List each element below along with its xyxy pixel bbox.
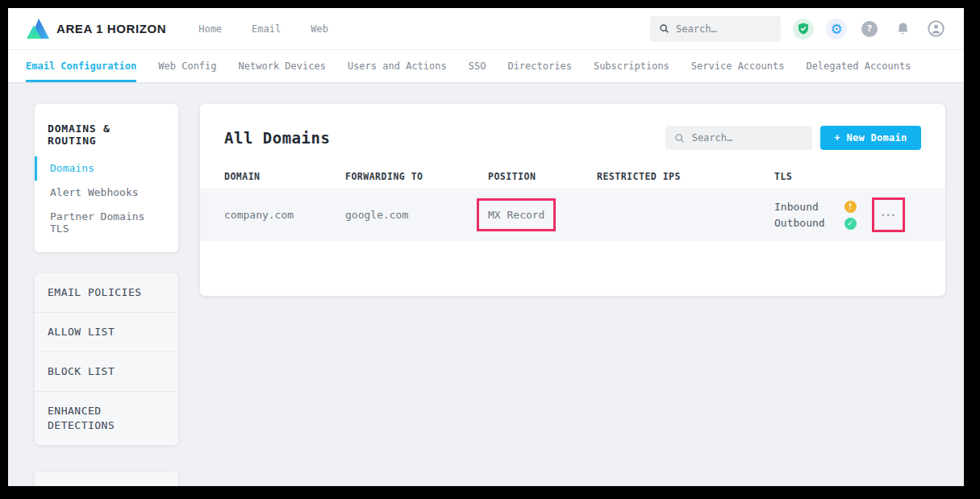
global-search-input[interactable] bbox=[676, 23, 771, 35]
domains-table-header: DOMAIN FORWARDING TO POSITION RESTRICTED… bbox=[200, 164, 945, 189]
cell-actions: ••• bbox=[857, 198, 921, 232]
sidebar-item-email-policies[interactable]: EMAIL POLICIES bbox=[35, 273, 178, 313]
top-nav: Home Email Web bbox=[198, 23, 328, 35]
panel-header: All Domains + New Domain bbox=[200, 104, 945, 164]
settings-sidebar: DOMAINS & ROUTING Domains Alert Webhooks… bbox=[35, 104, 178, 486]
brand-logo[interactable]: AREA 1 HORIZON bbox=[26, 18, 166, 40]
security-status-button[interactable] bbox=[793, 19, 814, 40]
cell-tls: Inbound Outbound ! ✓ bbox=[774, 199, 857, 231]
search-icon bbox=[675, 133, 684, 143]
tls-inbound-label: Inbound bbox=[774, 199, 825, 215]
cell-domain: company.com bbox=[224, 209, 345, 221]
gear-icon: ⚙ bbox=[830, 21, 842, 37]
tab-delegated-accounts[interactable]: Delegated Accounts bbox=[806, 50, 911, 82]
panel-header-actions: + New Domain bbox=[665, 126, 920, 150]
policies-card: EMAIL POLICIES ALLOW LIST BLOCK LIST ENH… bbox=[35, 273, 178, 445]
domain-search-input[interactable] bbox=[692, 132, 803, 143]
top-bar: AREA 1 HORIZON Home Email Web bbox=[8, 8, 964, 50]
tab-web-config[interactable]: Web Config bbox=[158, 50, 216, 82]
domains-routing-title: DOMAINS & ROUTING bbox=[35, 114, 178, 156]
domains-routing-card: DOMAINS & ROUTING Domains Alert Webhooks… bbox=[35, 104, 178, 252]
page-title: All Domains bbox=[224, 129, 330, 147]
all-domains-panel: All Domains + New Domain DOMAIN FORWARDI… bbox=[200, 104, 945, 296]
new-domain-button[interactable]: + New Domain bbox=[820, 126, 920, 150]
help-button[interactable]: ? bbox=[859, 19, 880, 40]
tab-sso[interactable]: SSO bbox=[469, 50, 486, 82]
sidebar-item-partner-domains-tls[interactable]: Partner Domains TLS bbox=[35, 205, 178, 241]
top-bar-actions: ⚙ ? bbox=[650, 16, 946, 42]
sidebar-item-block-list[interactable]: BLOCK LIST bbox=[35, 352, 178, 392]
account-button[interactable] bbox=[925, 19, 946, 40]
column-header-position: POSITION bbox=[488, 171, 597, 182]
tab-service-accounts[interactable]: Service Accounts bbox=[691, 50, 785, 82]
cell-position: MX Record bbox=[488, 198, 597, 231]
ellipsis-menu-icon[interactable]: ••• bbox=[881, 211, 896, 219]
content-area: DOMAINS & ROUTING Domains Alert Webhooks… bbox=[8, 82, 964, 486]
search-icon bbox=[660, 23, 669, 34]
column-header-forwarding-to: FORWARDING TO bbox=[345, 171, 488, 182]
logo-triangle-icon bbox=[26, 18, 50, 40]
sidebar-item-retract-settings[interactable]: RETRACT SETTINGS bbox=[35, 472, 178, 486]
tab-directories[interactable]: Directories bbox=[507, 50, 571, 82]
table-row: company.com google.com MX Record Inbound… bbox=[200, 189, 945, 241]
top-nav-email[interactable]: Email bbox=[252, 23, 281, 35]
sidebar-item-allow-list[interactable]: ALLOW LIST bbox=[35, 313, 178, 352]
global-search[interactable] bbox=[650, 16, 781, 42]
settings-tab-bar: Email Configuration Web Config Network D… bbox=[8, 50, 964, 82]
top-nav-web[interactable]: Web bbox=[311, 23, 328, 35]
tab-email-configuration[interactable]: Email Configuration bbox=[26, 50, 136, 82]
brand-name: AREA 1 HORIZON bbox=[56, 22, 166, 35]
question-icon: ? bbox=[861, 21, 878, 37]
tab-subscriptions[interactable]: Subscriptions bbox=[594, 50, 669, 82]
sidebar-item-domains[interactable]: Domains bbox=[35, 156, 178, 181]
tab-users-and-actions[interactable]: Users and Actions bbox=[348, 50, 447, 82]
column-header-restricted-ips: RESTRICTED IPS bbox=[597, 171, 774, 182]
tls-outbound-label: Outbound bbox=[774, 215, 825, 231]
retract-settings-card: RETRACT SETTINGS bbox=[35, 472, 178, 486]
sidebar-item-alert-webhooks[interactable]: Alert Webhooks bbox=[35, 181, 178, 205]
shield-check-icon bbox=[798, 23, 809, 35]
cell-forwarding-to: google.com bbox=[345, 209, 488, 221]
notifications-button[interactable] bbox=[892, 19, 913, 40]
bell-icon bbox=[896, 22, 910, 36]
check-icon: ✓ bbox=[844, 218, 857, 230]
domain-search[interactable] bbox=[665, 126, 812, 150]
warning-icon: ! bbox=[844, 201, 857, 213]
user-avatar-icon bbox=[928, 20, 945, 37]
sidebar-item-enhanced-detections[interactable]: ENHANCED DETECTIONS bbox=[35, 392, 178, 445]
annotation-box-position: MX Record bbox=[477, 198, 556, 231]
annotation-box-row-actions: ••• bbox=[872, 198, 905, 232]
settings-button[interactable]: ⚙ bbox=[826, 19, 847, 40]
app-window: AREA 1 HORIZON Home Email Web bbox=[8, 8, 964, 486]
column-header-domain: DOMAIN bbox=[224, 171, 345, 182]
position-value: MX Record bbox=[488, 209, 544, 221]
column-header-tls: TLS bbox=[774, 171, 857, 182]
top-nav-home[interactable]: Home bbox=[198, 23, 222, 35]
tab-network-devices[interactable]: Network Devices bbox=[239, 50, 326, 82]
